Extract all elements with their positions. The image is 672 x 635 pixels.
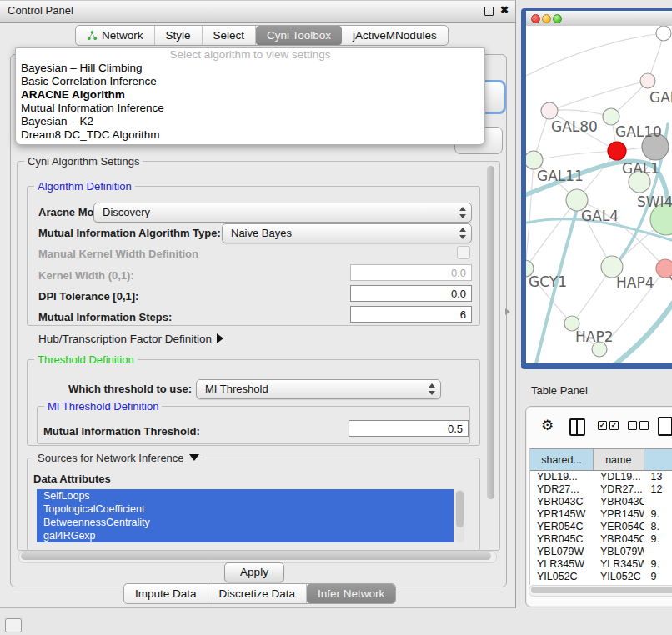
table-cell: YIL052C <box>530 571 594 583</box>
zoom-traffic-light-icon[interactable] <box>553 14 562 23</box>
network-icon <box>87 30 98 41</box>
network-node[interactable] <box>656 26 671 41</box>
tab-select[interactable]: Select <box>203 26 257 45</box>
algorithm-option-bayesian-k2[interactable]: Bayesian – K2 <box>16 115 484 128</box>
node-label-gal4: GAL4 <box>581 208 619 224</box>
which-threshold-combobox[interactable]: MI Threshold <box>196 379 441 399</box>
table-row[interactable]: YLR345WYLR345W9. <box>530 558 672 571</box>
network-node[interactable] <box>640 73 655 88</box>
table-row[interactable]: YBR045CYBR045C9. <box>530 533 672 546</box>
hub-definition-toggle[interactable]: Hub/Transcription Factor Definition <box>38 332 223 345</box>
tab-cyni-toolbox[interactable]: Cyni Toolbox <box>256 26 342 45</box>
table-cell: YBL079W <box>530 546 594 558</box>
settings-horizontal-scrollbar[interactable] <box>18 551 497 563</box>
network-node[interactable] <box>541 102 558 119</box>
tab-infer-network[interactable]: Infer Network <box>307 584 395 603</box>
tab-label: Network <box>102 29 143 42</box>
table-row[interactable]: YPR145WYPR145W9. <box>530 508 672 521</box>
node-label-gal10: GAL10 <box>615 123 662 140</box>
algorithm-option-bayesian-hill-climbing[interactable]: Bayesian – Hill Climbing <box>16 62 484 75</box>
collapsed-panel-icon[interactable] <box>5 618 22 632</box>
sources-group-title[interactable]: Sources for Network Inference <box>34 452 203 464</box>
table-toolbar: ⚙ ✓ ✓ <box>526 407 672 447</box>
table-horizontal-scrollbar[interactable] <box>529 585 672 597</box>
unchecked-checkbox-icon[interactable] <box>628 421 637 430</box>
node-label-swi4: SWI4 <box>637 193 672 210</box>
dpi-tolerance-label: DPI Tolerance [0,1]: <box>38 290 138 302</box>
settings-vertical-scrollbar[interactable] <box>485 164 496 548</box>
mi-threshold-label: Mutual Information Threshold: <box>43 425 200 438</box>
table-cell: YDL19... <box>530 471 594 483</box>
node-label-hap2: HAP2 <box>575 328 613 345</box>
manual-kernel-checkbox[interactable] <box>457 246 470 259</box>
table-cell: 9. <box>644 558 672 571</box>
node-label-hap4: HAP4 <box>616 274 654 291</box>
dpi-tolerance-field[interactable]: 0.0 <box>350 285 472 302</box>
table-cell: YER054C <box>594 521 644 533</box>
algorithm-option-basic-correlation-inference[interactable]: Basic Correlation Inference <box>16 75 484 88</box>
control-panel-titlebar[interactable]: Control Panel ✖ <box>0 1 515 22</box>
close-icon[interactable]: ✖ <box>500 4 509 16</box>
table-cell: YDL19... <box>594 471 644 483</box>
attribute-item-selfloops[interactable]: SelfLoops <box>37 489 454 502</box>
table-cell: YBR045C <box>530 533 594 546</box>
mi-type-value: Naive Bayes <box>231 227 292 239</box>
unchecked-checkbox-icon[interactable] <box>639 421 649 430</box>
node-label-gal1: GAL1 <box>622 160 659 177</box>
spinner-arrows-icon <box>428 383 434 395</box>
close-traffic-light-icon[interactable] <box>531 14 540 23</box>
mi-type-combobox[interactable]: Naive Bayes <box>222 223 472 243</box>
kernel-width-field[interactable]: 0.0 <box>350 264 472 281</box>
mi-type-label: Mutual Information Algorithm Type: <box>38 227 221 239</box>
network-node[interactable] <box>608 142 626 160</box>
column-header-name[interactable]: name <box>594 449 644 470</box>
algorithm-option-aracne-algorithm[interactable]: ARACNE Algorithm <box>16 88 484 102</box>
table-cell: YBR045C <box>594 533 644 546</box>
table-cell: 13 <box>644 471 672 483</box>
gear-icon[interactable]: ⚙ <box>541 417 554 434</box>
network-window-titlebar[interactable] <box>526 11 672 27</box>
network-node[interactable] <box>603 108 619 125</box>
table-cell: 12 <box>644 483 672 496</box>
tab-jactivemnodules[interactable]: jActiveMNodules <box>342 26 448 45</box>
attribute-item-gal4rgexp[interactable]: gal4RGexp <box>37 529 454 542</box>
document-icon[interactable] <box>658 417 672 436</box>
mi-threshold-field[interactable]: 0.5 <box>349 420 469 437</box>
table-row[interactable]: YER054CYER054C8. <box>530 521 672 533</box>
attribute-item-betweennesscentrality[interactable]: BetweennessCentrality <box>37 516 454 529</box>
data-attributes-label: Data Attributes <box>33 472 111 485</box>
tab-label: jActiveMNodules <box>353 29 437 42</box>
column-layout-icon[interactable] <box>569 418 585 436</box>
checked-checkbox-icon[interactable]: ✓ <box>598 421 607 430</box>
table-row[interactable]: YIL052CYIL052C9 <box>530 571 672 583</box>
checked-checkbox-icon[interactable]: ✓ <box>609 421 619 430</box>
apply-button[interactable]: Apply <box>224 562 284 582</box>
node-label-gal80: GAL80 <box>551 118 598 135</box>
tab-network[interactable]: Network <box>76 26 155 45</box>
tab-impute-data[interactable]: Impute Data <box>124 584 208 603</box>
network-view-window[interactable]: GALGAL80GAL10GAL1GAL11SWI4GAL4GCY1HAP4YH… <box>521 8 672 369</box>
attribute-item-topologicalcoefficient[interactable]: TopologicalCoefficient <box>37 502 454 516</box>
tab-discretize-data[interactable]: Discretize Data <box>208 584 308 603</box>
mi-steps-field[interactable]: 6 <box>350 306 472 322</box>
column-header-shared[interactable]: shared... <box>530 449 594 470</box>
float-window-icon[interactable] <box>484 7 494 16</box>
tab-style[interactable]: Style <box>155 26 203 45</box>
splitter-arrow-icon[interactable] <box>505 308 510 315</box>
network-node[interactable] <box>526 151 543 169</box>
algorithm-option-mutual-information-inference[interactable]: Mutual Information Inference <box>16 102 484 115</box>
table-row[interactable]: YDL19...YDL19...13 <box>530 471 672 483</box>
table-row[interactable]: YDR27...YDR27...12 <box>530 483 672 496</box>
table-body: YDL19...YDL19...13YDR27...YDR27...12YBR0… <box>530 471 672 583</box>
aracne-mode-combobox[interactable]: Discovery <box>93 202 472 222</box>
network-canvas[interactable]: GALGAL80GAL10GAL1GAL11SWI4GAL4GCY1HAP4YH… <box>526 26 672 363</box>
minimize-traffic-light-icon[interactable] <box>542 14 551 23</box>
attributes-scrollbar[interactable] <box>455 489 464 542</box>
algorithm-dropdown-list: Bayesian – Hill ClimbingBasic Correlatio… <box>16 62 484 142</box>
node-label-gal11: GAL11 <box>537 168 584 184</box>
table-row[interactable]: YBR043CYBR043C <box>530 496 672 508</box>
algorithm-option-dream8-dc-tdc-algorithm[interactable]: Dream8 DC_TDC Algorithm <box>16 128 484 142</box>
table-row[interactable]: YBL079WYBL079W <box>530 546 672 558</box>
table-cell: YLR345W <box>530 558 594 571</box>
column-header-clipped[interactable] <box>644 449 672 470</box>
